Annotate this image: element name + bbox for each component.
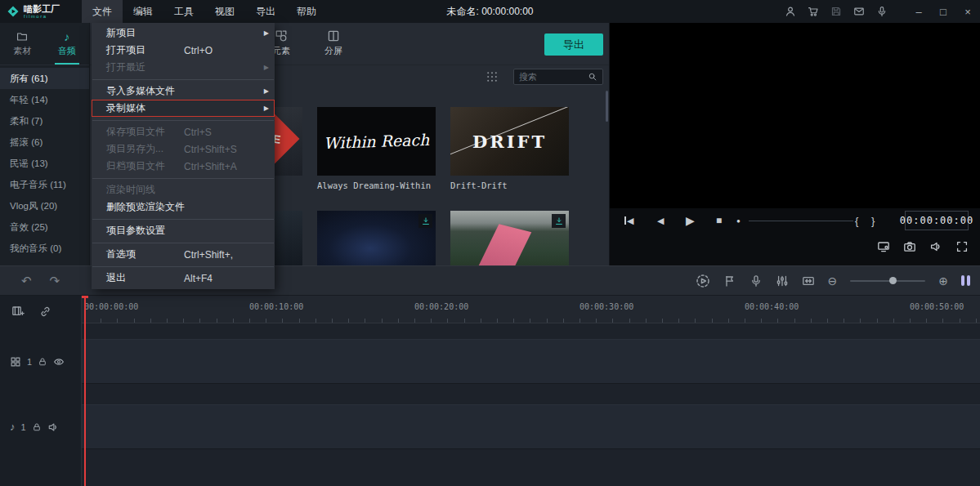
- project-title: 未命名: 00:00:00:00: [446, 5, 533, 19]
- close-button[interactable]: ×: [955, 0, 980, 23]
- zoom-in-button[interactable]: ⊕: [938, 275, 948, 287]
- file-menu-item[interactable]: 渲染时间线: [92, 181, 275, 198]
- file-menu-item[interactable]: 删除预览渲染文件: [92, 198, 275, 216]
- play-button[interactable]: ▶: [686, 208, 695, 233]
- link-clips-icon[interactable]: [39, 305, 51, 318]
- audio-card-within-reach[interactable]: Within Reach Always Dreaming-Within: [317, 107, 436, 190]
- storyboard-grid-icon[interactable]: [10, 356, 21, 368]
- file-menu-item[interactable]: 归档项目文件 Ctrl+Shift+A: [92, 158, 275, 175]
- sidebar: 素材 ♪ 音频 所有 (61)年轻 (14)柔和 (7)摇滚 (6)民谣 (13…: [0, 23, 90, 265]
- menu-separator: [92, 266, 274, 267]
- add-media-to-track-icon[interactable]: [11, 305, 25, 318]
- audio-card-drift[interactable]: DRIFT Drift-Drift: [450, 107, 569, 190]
- search-icon: [588, 72, 597, 82]
- search-input[interactable]: [519, 72, 584, 82]
- store-button[interactable]: [802, 0, 825, 23]
- tab-splitscreen-label: 分屏: [324, 45, 342, 57]
- record-voiceover-button[interactable]: [870, 0, 893, 23]
- file-menu-item[interactable]: 打开最近 ▶: [92, 59, 275, 76]
- file-menu-item[interactable]: 打开项目 Ctrl+O: [92, 42, 275, 59]
- menubar-item[interactable]: 导出: [245, 0, 286, 23]
- sidebar-category[interactable]: 柔和 (7): [0, 110, 89, 132]
- screen-record-icon[interactable]: [877, 240, 890, 253]
- sidebar-category[interactable]: 民谣 (13): [0, 153, 89, 174]
- minimize-button[interactable]: –: [906, 0, 931, 23]
- file-menu-item[interactable]: 退出 Alt+F4: [92, 270, 275, 287]
- audio-card[interactable]: [317, 211, 436, 265]
- snapshot-camera-icon[interactable]: [903, 240, 916, 253]
- file-menu-item[interactable]: 首选项 Ctrl+Shift+,: [92, 246, 275, 263]
- lock-icon[interactable]: [32, 422, 42, 432]
- jump-to-start-button[interactable]: ◀: [624, 208, 633, 233]
- download-badge[interactable]: [552, 214, 566, 228]
- audio-card[interactable]: [450, 211, 569, 265]
- lock-icon[interactable]: [38, 357, 47, 367]
- track-manager-icon[interactable]: [802, 274, 815, 288]
- ruler-timecode: 00:00:40:00: [745, 302, 799, 311]
- sidebar-category[interactable]: 摇滚 (6): [0, 132, 89, 153]
- export-button[interactable]: 导出: [544, 33, 603, 56]
- mark-out-button[interactable]: }: [871, 208, 875, 233]
- volume-speaker-icon[interactable]: [929, 240, 942, 253]
- marker-flag-icon[interactable]: [723, 274, 736, 288]
- maximize-button[interactable]: □: [931, 0, 955, 23]
- file-menu-item[interactable]: 新项目 ▶: [92, 25, 275, 42]
- sidebar-category[interactable]: 我的音乐 (0): [0, 238, 89, 259]
- mark-in-button[interactable]: {: [855, 208, 858, 233]
- save-button[interactable]: [825, 0, 848, 23]
- render-preview-icon[interactable]: [696, 274, 710, 288]
- sidebar-category[interactable]: 年轻 (14): [0, 89, 89, 110]
- menubar-item[interactable]: 工具: [163, 0, 204, 23]
- file-menu-item[interactable]: 保存项目文件 Ctrl+S: [92, 123, 275, 140]
- preview-timecode: 00:00:00:00: [905, 211, 969, 230]
- feedback-button[interactable]: [848, 0, 870, 23]
- audio-mixer-icon[interactable]: [776, 274, 789, 288]
- playhead[interactable]: [84, 296, 86, 486]
- sidebar-category[interactable]: Vlog风 (20): [0, 195, 89, 216]
- grid-view-button[interactable]: [486, 70, 499, 87]
- eye-visibility-icon[interactable]: [53, 356, 65, 368]
- sidebar-category[interactable]: 音效 (25): [0, 216, 89, 238]
- audio-card-caption: Drift-Drift: [450, 181, 569, 190]
- fit-timeline-icon[interactable]: [961, 275, 970, 286]
- timeline: 00:00:00:0000:00:10:0000:00:20:0000:00:3…: [0, 296, 980, 486]
- seek-handle[interactable]: ●: [736, 208, 741, 233]
- timeline-zoom-slider[interactable]: [850, 280, 925, 282]
- search-box[interactable]: [513, 69, 603, 85]
- timeline-ruler[interactable]: 00:00:00:0000:00:10:0000:00:20:0000:00:3…: [82, 296, 980, 323]
- mark-out-icon: }: [871, 215, 875, 227]
- tab-splitscreen[interactable]: 分屏: [315, 29, 351, 57]
- zoom-slider-knob[interactable]: [889, 277, 897, 284]
- file-menu-item[interactable]: 录制媒体 ▶: [92, 100, 275, 117]
- zoom-out-button[interactable]: ⊖: [828, 275, 838, 287]
- file-menu-item[interactable]: 导入多媒体文件 ▶: [92, 82, 275, 100]
- menubar-item[interactable]: 文件: [82, 0, 123, 23]
- music-note-icon: ♪: [10, 421, 16, 432]
- tab-media[interactable]: 素材: [0, 23, 45, 65]
- previous-frame-button[interactable]: ◀: [657, 208, 664, 233]
- menubar-item[interactable]: 视图: [204, 0, 245, 23]
- menu-separator: [92, 79, 274, 80]
- file-menu-item[interactable]: 项目另存为... Ctrl+Shift+S: [92, 140, 275, 158]
- scrollbar-thumb[interactable]: [606, 91, 608, 122]
- sidebar-category[interactable]: 电子音乐 (11): [0, 174, 89, 195]
- undo-button[interactable]: ↶: [21, 274, 32, 288]
- microphone-icon: [876, 6, 888, 17]
- menubar-item[interactable]: 帮助: [286, 0, 327, 23]
- menubar-item[interactable]: 编辑: [123, 0, 163, 23]
- fullscreen-icon[interactable]: [955, 240, 969, 253]
- voiceover-mic-icon[interactable]: [750, 274, 763, 288]
- tab-audio[interactable]: ♪ 音频: [45, 23, 90, 65]
- speaker-mute-icon[interactable]: [47, 421, 59, 433]
- preview-transport-bar: ◀ ◀ ▶ ■ ● { } 00:00:00:00: [610, 208, 980, 233]
- maximize-icon: □: [940, 6, 946, 18]
- account-button[interactable]: [779, 0, 802, 23]
- stop-button[interactable]: ■: [716, 208, 722, 233]
- file-menu-item[interactable]: 项目参数设置: [92, 222, 275, 239]
- sidebar-category[interactable]: 所有 (61): [0, 68, 89, 89]
- download-badge[interactable]: [418, 214, 432, 228]
- seek-track[interactable]: [749, 221, 853, 221]
- timeline-toolbar-right: ⊖ ⊕: [696, 274, 980, 288]
- save-icon: [830, 6, 842, 17]
- redo-button[interactable]: ↷: [50, 274, 60, 288]
